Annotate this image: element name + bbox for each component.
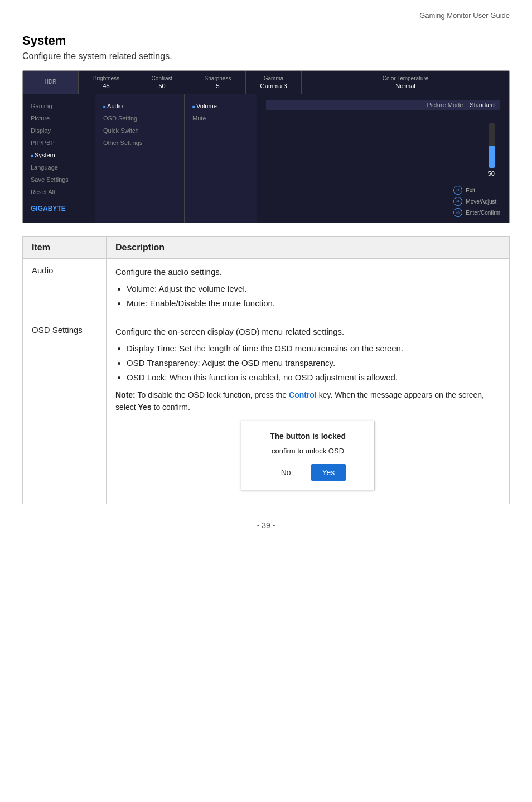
picture-mode-value: Standard	[470, 102, 495, 108]
osd-top-sharpness: Sharpness 5	[190, 71, 246, 94]
osd-bullet-list: Display Time: Set the length of time the…	[127, 342, 500, 384]
osd-right-menu: Volume Mute	[185, 94, 257, 223]
note-yes-word: Yes	[138, 403, 151, 412]
row-audio-desc: Configure the audio settings. Volume: Ad…	[107, 259, 510, 318]
osd-top-gamma-value: Gamma 3	[260, 83, 287, 89]
osd-ctrl-move: ⊛ Move/Adjust	[453, 197, 500, 206]
osd-left-language: Language	[23, 161, 95, 173]
osd-top-colortemp: Color Temperature Normal	[302, 71, 509, 94]
osd-left-system: System	[23, 149, 95, 161]
osd-left-reset: Reset All	[23, 186, 95, 198]
dialog-yes-button[interactable]: Yes	[311, 464, 346, 481]
content-table: Item Description Audio Configure the aud…	[22, 236, 510, 504]
osd-left-menu: Gaming Picture Display PIP/PBP System La…	[23, 94, 95, 223]
osd-top-gamma-label: Gamma	[264, 75, 284, 81]
row-osd-desc: Configure the on-screen display (OSD) me…	[107, 318, 510, 504]
osd-ctrl-exit-label: Exit	[466, 187, 475, 194]
osd-top-contrast-label: Contrast	[152, 75, 173, 81]
slider-fill	[489, 146, 495, 168]
osd-top-hdr: HDR	[23, 71, 79, 94]
osd-brand: GIGABYTE	[23, 200, 95, 217]
osd-top-gamma: Gamma Gamma 3	[246, 71, 302, 94]
osd-ctrl-exit: ⊙ Exit	[453, 186, 500, 195]
osd-left-gaming: Gaming	[23, 100, 95, 112]
col-item-header: Item	[23, 237, 107, 259]
dialog-title: The button is locked	[250, 430, 365, 442]
row-osd-item: OSD Settings	[23, 318, 107, 504]
osd-middle-other: Other Settings	[95, 137, 184, 149]
osd-middle-osd: OSD Setting	[95, 112, 184, 124]
row-audio-item: Audio	[23, 259, 107, 318]
table-row-osd: OSD Settings Configure the on-screen dis…	[23, 318, 510, 504]
osd-top-brightness-value: 45	[103, 83, 109, 89]
note-bold-label: Note:	[115, 390, 136, 399]
osd-top-bar: HDR Brightness 45 Contrast 50 Sharpness …	[23, 71, 509, 94]
osd-middle-audio: Audio	[95, 100, 184, 112]
osd-far-right: Picture Mode Standard 50 ⊙ Exit ⊛ Move/A…	[257, 94, 509, 223]
section-title: System	[22, 33, 510, 48]
audio-desc-content: Configure the audio settings. Volume: Ad…	[115, 265, 500, 310]
osd-ctrl-move-label: Move/Adjust	[466, 199, 496, 205]
osd-top-brightness-label: Brightness	[93, 75, 119, 81]
osd-top-colortemp-value: Normal	[395, 83, 415, 89]
vertical-slider	[489, 123, 495, 168]
note-text-1: To disable the OSD lock function, press …	[136, 390, 289, 399]
exit-icon: ⊙	[453, 186, 462, 195]
osd-desc-content: Configure the on-screen display (OSD) me…	[115, 325, 500, 490]
lock-dialog: The button is locked confirm to unlock O…	[241, 421, 375, 491]
guide-header: Gaming Monitor User Guide	[22, 11, 510, 23]
osd-top-sharpness-value: 5	[216, 83, 219, 89]
osd-top-colortemp-label: Color Temperature	[383, 75, 429, 81]
dialog-buttons: No Yes	[250, 464, 365, 481]
picture-mode-bar: Picture Mode Standard	[266, 100, 500, 110]
osd-bullet-0: Display Time: Set the length of time the…	[127, 342, 500, 355]
osd-note: Note: To disable the OSD lock function, …	[115, 389, 500, 414]
dialog-subtitle: confirm to unlock OSD	[250, 446, 365, 457]
enter-icon: ◎	[453, 208, 462, 217]
page-number: - 39 -	[22, 521, 510, 530]
osd-left-picture: Picture	[23, 112, 95, 124]
audio-bullet-list: Volume: Adjust the volume level. Mute: E…	[127, 282, 500, 310]
table-row-audio: Audio Configure the audio settings. Volu…	[23, 259, 510, 318]
osd-top-sharpness-label: Sharpness	[205, 75, 231, 81]
slider-area: 50	[488, 114, 500, 186]
osd-top-contrast-value: 50	[158, 83, 165, 89]
guide-title: Gaming Monitor User Guide	[419, 11, 510, 20]
osd-desc-main: Configure the on-screen display (OSD) me…	[115, 325, 500, 339]
osd-bullet-2: OSD Lock: When this function is enabled,…	[127, 371, 500, 384]
section-subtitle: Configure the system related settings.	[22, 51, 510, 61]
osd-left-save: Save Settings	[23, 173, 95, 186]
osd-top-brightness: Brightness 45	[79, 71, 134, 94]
osd-ctrl-enter: ◎ Enter/Confirm	[453, 208, 500, 217]
osd-bullet-1: OSD Transparency: Adjust the OSD menu tr…	[127, 356, 500, 370]
osd-controls: ⊙ Exit ⊛ Move/Adjust ◎ Enter/Confirm	[453, 186, 500, 217]
osd-left-pip: PIP/PBP	[23, 137, 95, 149]
audio-bullet-1: Mute: Enable/Disable the mute function.	[127, 297, 500, 310]
osd-right-mute: Mute	[185, 112, 257, 124]
col-desc-header: Description	[107, 237, 510, 259]
osd-left-display: Display	[23, 124, 95, 137]
note-text-3: to confirm.	[152, 403, 190, 412]
picture-mode-label: Picture Mode	[427, 102, 463, 108]
move-icon: ⊛	[453, 197, 462, 206]
audio-bullet-0: Volume: Adjust the volume level.	[127, 282, 500, 296]
slider-label: 50	[488, 170, 495, 177]
osd-screenshot: HDR Brightness 45 Contrast 50 Sharpness …	[22, 70, 510, 223]
dialog-no-button[interactable]: No	[270, 464, 302, 481]
note-control-word: Control	[289, 390, 317, 399]
osd-right-volume: Volume	[185, 100, 257, 112]
osd-ctrl-enter-label: Enter/Confirm	[466, 210, 500, 216]
osd-top-contrast: Contrast 50	[134, 71, 190, 94]
osd-middle-menu: Audio OSD Setting Quick Switch Other Set…	[95, 94, 185, 223]
audio-desc-main: Configure the audio settings.	[115, 265, 500, 279]
osd-body: Gaming Picture Display PIP/PBP System La…	[23, 94, 509, 223]
osd-top-hdr-label: HDR	[45, 79, 57, 85]
osd-middle-quickswitch: Quick Switch	[95, 124, 184, 137]
